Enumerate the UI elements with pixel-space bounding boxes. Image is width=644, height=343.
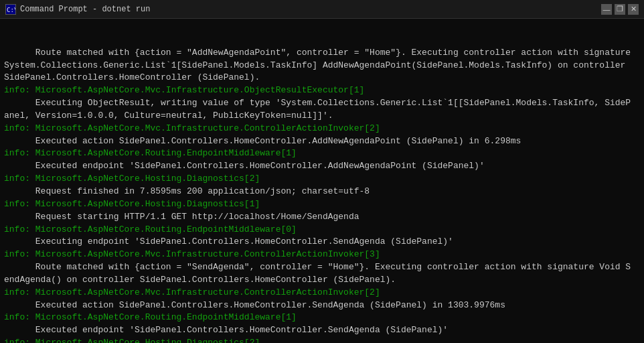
console-line: SidePanel.Controllers.HomeController (Si…	[4, 72, 640, 84]
minimize-button[interactable]: —	[601, 4, 612, 15]
console-line: Executed endpoint 'SidePanel.Controllers…	[4, 324, 640, 337]
console-line: Executing ObjectResult, writing value of…	[4, 97, 640, 110]
close-button[interactable]: ✕	[628, 4, 639, 15]
console-line: info: Microsoft.AspNetCore.Routing.Endpo…	[4, 312, 640, 324]
console-line: info: Microsoft.AspNetCore.Mvc.Infrastru…	[4, 287, 640, 299]
console-line: Executed action SidePanel.Controllers.Ho…	[4, 135, 640, 148]
console-line: Request starting HTTP/1.1 GET http://loc…	[4, 211, 640, 224]
console-line: Executed endpoint 'SidePanel.Controllers…	[4, 160, 640, 173]
console-line: Executed action SidePanel.Controllers.Ho…	[4, 299, 640, 312]
cmd-icon: C:\	[5, 4, 16, 15]
console-line: info: Microsoft.AspNetCore.Hosting.Diagn…	[4, 198, 640, 211]
console-line: Request finished in 7.8595ms 200 applica…	[4, 186, 640, 198]
console-line: info: Microsoft.AspNetCore.Mvc.Infrastru…	[4, 249, 640, 261]
console-line: info: Microsoft.AspNetCore.Mvc.Infrastru…	[4, 123, 640, 135]
window: C:\ Command Prompt - dotnet run — ❐ ✕ Ro…	[0, 0, 644, 343]
title-bar: C:\ Command Prompt - dotnet run — ❐ ✕	[0, 0, 644, 19]
console-line: System.Collections.Generic.List`1[SidePa…	[4, 60, 640, 72]
console-line: info: Microsoft.AspNetCore.Mvc.Infrastru…	[4, 84, 640, 97]
console-line: info: Microsoft.AspNetCore.Hosting.Diagn…	[4, 337, 640, 343]
console-line: info: Microsoft.AspNetCore.Routing.Endpo…	[4, 147, 640, 160]
console-line: endAgenda() on controller SidePanel.Cont…	[4, 274, 640, 287]
console-line: Route matched with {action = "SendAgenda…	[4, 261, 640, 274]
console-line: Executing endpoint 'SidePanel.Controller…	[4, 236, 640, 249]
console-line: info: Microsoft.AspNetCore.Routing.Endpo…	[4, 224, 640, 236]
console-line: anel, Version=1.0.0.0, Culture=neutral, …	[4, 110, 640, 123]
svg-text:C:\: C:\	[7, 7, 15, 13]
title-bar-controls: — ❐ ✕	[601, 4, 639, 15]
console-line: info: Microsoft.AspNetCore.Hosting.Diagn…	[4, 173, 640, 186]
console-line: Route matched with {action = "AddNewAgen…	[4, 47, 640, 60]
title-bar-left: C:\ Command Prompt - dotnet run	[5, 4, 150, 15]
console-output: Route matched with {action = "AddNewAgen…	[0, 19, 644, 343]
window-title: Command Prompt - dotnet run	[20, 5, 150, 14]
maximize-button[interactable]: ❐	[615, 4, 625, 15]
